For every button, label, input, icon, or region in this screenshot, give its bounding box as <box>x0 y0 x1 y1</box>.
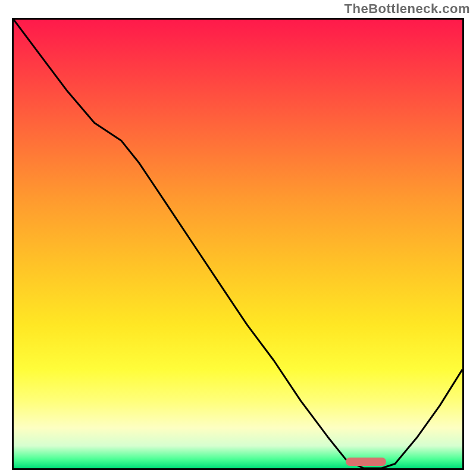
plot-area <box>12 18 464 470</box>
curve-path <box>14 20 462 468</box>
chart-container: TheBottleneck.com <box>0 0 476 476</box>
bottleneck-curve <box>14 20 462 468</box>
watermark-text: TheBottleneck.com <box>345 1 470 17</box>
highlight-marker <box>346 458 386 466</box>
